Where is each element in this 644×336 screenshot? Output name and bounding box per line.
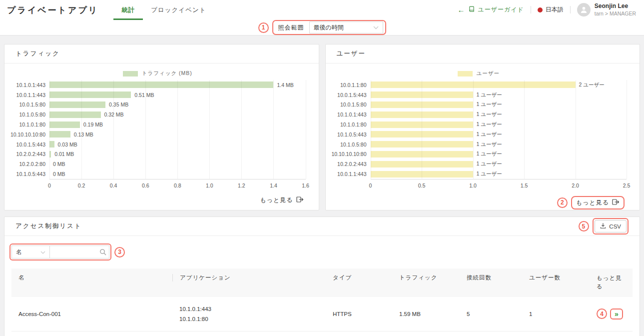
x-tick-label: 1.4 [270, 182, 277, 188]
bar-value-label: 1.4 MB [277, 82, 293, 88]
chart-row: 10.0.1.5:800.35 MB [9, 100, 306, 110]
chart-row: 10.10.10.10:800.13 MB [9, 130, 306, 140]
chevron-down-icon [40, 249, 45, 255]
x-tick-label: 2.0 [572, 182, 579, 188]
traffic-legend-swatch [123, 71, 138, 76]
query-range-group: 照会範囲 最後の時間 [272, 20, 386, 35]
csv-label: CSV [609, 224, 621, 230]
search-icon[interactable] [99, 248, 106, 256]
x-tick-label: 0.6 [142, 182, 149, 188]
chart-row: 10.0.1.5:4431 ユーザー [331, 90, 627, 100]
cell-more: 4» [590, 308, 625, 320]
download-icon [600, 222, 606, 230]
user-name: Seonjin Lee [595, 2, 636, 10]
chart-category-label: 10.10.10.10:80 [9, 132, 49, 138]
tab-block-events[interactable]: ブロックイベント [143, 0, 214, 20]
cell-applications: 10.1.0.1:44310.1.0.1:80 [172, 304, 326, 324]
table-row: Access-Con-00110.1.0.1:44310.1.0.1:80HTT… [11, 297, 633, 332]
chart-category-label: 10.1.0.5:443 [331, 132, 371, 138]
acl-table-header: 名アプリケーションタイプトラフィック接続回数ユーザー数もっと見る [11, 268, 633, 297]
app-header: プライベートアプリ 統計 ブロックイベント ← ユーザーガイド [0, 0, 644, 36]
chart-category-label: 10.1.0.5:443 [9, 171, 49, 177]
traffic-legend-label: トラフィック (MB) [142, 70, 192, 77]
chart-category-label: 10.0.1.1:80 [331, 82, 371, 88]
avatar[interactable] [577, 3, 591, 16]
traffic-panel-title: トラフィック [4, 44, 319, 64]
query-range-select[interactable]: 最後の時間 [309, 22, 383, 34]
users-legend-label: ユーザー [477, 70, 500, 77]
chart-row: 10.0.1.5:4430.03 MB [9, 140, 306, 150]
chevron-down-icon [373, 24, 379, 31]
japan-flag-icon [538, 8, 543, 12]
tab-block-events-label: ブロックイベント [151, 6, 206, 14]
bar [49, 102, 105, 108]
bar-value-label: 0.01 MB [54, 151, 74, 157]
users-panel: ユーザー ユーザー 10.0.1.1:802 ユーザー10.0.1.5:4431… [325, 44, 641, 210]
traffic-more-link[interactable]: もっと見る [260, 196, 303, 204]
user-menu[interactable]: Seonjin Lee tarn > MANAGER [595, 2, 636, 17]
chart-row: 10.2.0.2:4431 ユーザー [331, 159, 627, 169]
x-tick-label: 2.5 [623, 182, 631, 188]
x-tick-label: 1.0 [206, 182, 213, 188]
bar-value-label: 0.19 MB [83, 122, 103, 128]
users-panel-title: ユーザー [326, 44, 640, 64]
tab-bar: 統計 ブロックイベント [113, 0, 214, 20]
acl-panel-title: アクセス制御リスト [15, 222, 82, 230]
tab-statistics[interactable]: 統計 [113, 0, 143, 20]
bar-value-label: 1 ユーザー [477, 121, 502, 128]
cell-users: 1 [522, 311, 590, 317]
table-row: Allow All10.1.0.5:8010.10.10.10:8010.0.1… [11, 332, 633, 336]
chart-row: 10.1.0.5:4430 MB [9, 169, 306, 179]
chart-category-label: 10.1.0.1:443 [331, 112, 371, 118]
x-tick-label: 0 [48, 182, 51, 188]
x-tick-label: 0.5 [418, 182, 426, 188]
chart-category-label: 10.1.0.5:80 [331, 142, 371, 148]
x-tick-label: 0.4 [110, 182, 117, 188]
chart-category-label: 10.0.1.1:443 [9, 92, 49, 98]
bar-value-label: 1 ユーザー [477, 150, 502, 158]
language-switcher[interactable]: 日本語 [538, 6, 564, 14]
users-more-label: もっと見る [576, 198, 609, 207]
bar-value-label: 1 ユーザー [477, 141, 502, 148]
chart-category-label: 10.0.1.5:443 [331, 92, 371, 98]
chart-category-label: 10.0.1.5:443 [9, 142, 49, 148]
csv-export-button[interactable]: CSV [595, 220, 627, 232]
x-tick-label: 1.6 [302, 182, 309, 188]
user-breadcrumb: tarn > MANAGER [595, 10, 636, 18]
cell-traffic: 1.59 MB [392, 311, 460, 317]
column-header: 接続回数 [460, 274, 522, 282]
bar-value-label: 1 ユーザー [477, 111, 502, 118]
column-header: タイプ [326, 274, 392, 282]
chart-category-label: 10.1.0.1:80 [331, 122, 371, 128]
book-icon [469, 6, 475, 14]
language-label: 日本語 [546, 6, 564, 14]
bar-value-label: 1 ユーザー [477, 131, 502, 138]
search-filter-value: 名 [16, 248, 22, 256]
chart-row: 10.2.0.2:4430.01 MB [9, 150, 306, 160]
traffic-more-label: もっと見る [260, 196, 293, 204]
chart-row: 10.10.10.10:801 ユーザー [331, 150, 627, 160]
column-header: もっと見る [590, 274, 625, 292]
chart-category-label: 10.0.1.5:80 [331, 102, 371, 108]
divider [531, 6, 531, 14]
users-more-link[interactable]: もっと見る [576, 198, 620, 207]
search-group: 名 [9, 244, 111, 260]
chart-category-label: 10.0.1.1:443 [331, 171, 371, 177]
page-title: プライベートアプリ [7, 4, 98, 16]
query-range-value: 最後の時間 [314, 24, 344, 32]
chart-category-label: 10.0.1.5:80 [9, 102, 49, 108]
search-filter-select[interactable]: 名 [11, 246, 50, 258]
chart-row: 10.0.1.1:802 ユーザー [331, 80, 627, 90]
back-arrow-icon[interactable]: ← [457, 6, 465, 14]
acl-table-body: Access-Con-00110.1.0.1:44310.1.0.1:80HTT… [11, 297, 633, 336]
row-detail-button[interactable]: » [615, 310, 619, 318]
users-chart: 10.0.1.1:802 ユーザー10.0.1.5:4431 ユーザー10.0.… [331, 80, 627, 180]
bar-value-label: 0.32 MB [104, 112, 124, 118]
chart-row: 10.0.1.1:4430.51 MB [9, 90, 306, 100]
user-guide-link[interactable]: ユーザーガイド [469, 6, 524, 14]
bar [49, 141, 54, 148]
bar-value-label: 1 ユーザー [477, 101, 502, 108]
bar [49, 122, 80, 128]
bar-value-label: 0 MB [53, 171, 65, 177]
chart-row: 10.1.0.5:801 ユーザー [331, 140, 627, 150]
